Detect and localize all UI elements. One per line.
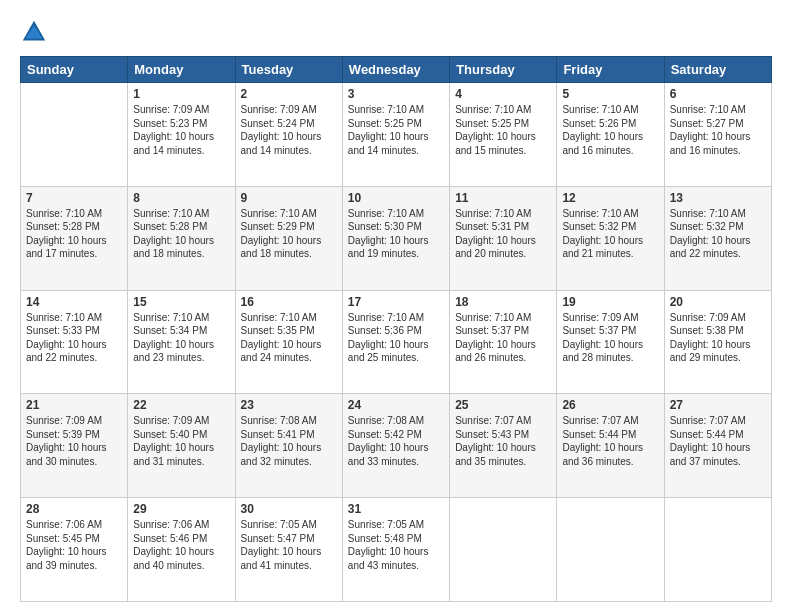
day-info: Sunrise: 7:10 AM Sunset: 5:34 PM Dayligh…: [133, 311, 229, 365]
day-info: Sunrise: 7:10 AM Sunset: 5:31 PM Dayligh…: [455, 207, 551, 261]
day-number: 17: [348, 295, 444, 309]
calendar-table: SundayMondayTuesdayWednesdayThursdayFrid…: [20, 56, 772, 602]
calendar-week-row: 28Sunrise: 7:06 AM Sunset: 5:45 PM Dayli…: [21, 498, 772, 602]
weekday-header-monday: Monday: [128, 57, 235, 83]
calendar-cell: 26Sunrise: 7:07 AM Sunset: 5:44 PM Dayli…: [557, 394, 664, 498]
header: [20, 18, 772, 46]
weekday-header-sunday: Sunday: [21, 57, 128, 83]
calendar-cell: 14Sunrise: 7:10 AM Sunset: 5:33 PM Dayli…: [21, 290, 128, 394]
calendar-cell: 7Sunrise: 7:10 AM Sunset: 5:28 PM Daylig…: [21, 186, 128, 290]
day-info: Sunrise: 7:10 AM Sunset: 5:28 PM Dayligh…: [26, 207, 122, 261]
calendar-cell: 6Sunrise: 7:10 AM Sunset: 5:27 PM Daylig…: [664, 83, 771, 187]
calendar-cell: [664, 498, 771, 602]
day-info: Sunrise: 7:08 AM Sunset: 5:41 PM Dayligh…: [241, 414, 337, 468]
calendar-cell: 20Sunrise: 7:09 AM Sunset: 5:38 PM Dayli…: [664, 290, 771, 394]
day-info: Sunrise: 7:10 AM Sunset: 5:25 PM Dayligh…: [455, 103, 551, 157]
day-number: 10: [348, 191, 444, 205]
day-number: 18: [455, 295, 551, 309]
day-number: 13: [670, 191, 766, 205]
calendar-cell: 9Sunrise: 7:10 AM Sunset: 5:29 PM Daylig…: [235, 186, 342, 290]
day-number: 26: [562, 398, 658, 412]
day-info: Sunrise: 7:10 AM Sunset: 5:35 PM Dayligh…: [241, 311, 337, 365]
day-number: 12: [562, 191, 658, 205]
calendar-cell: [557, 498, 664, 602]
day-info: Sunrise: 7:10 AM Sunset: 5:26 PM Dayligh…: [562, 103, 658, 157]
calendar-cell: 27Sunrise: 7:07 AM Sunset: 5:44 PM Dayli…: [664, 394, 771, 498]
day-info: Sunrise: 7:07 AM Sunset: 5:44 PM Dayligh…: [670, 414, 766, 468]
weekday-header-friday: Friday: [557, 57, 664, 83]
calendar-cell: 3Sunrise: 7:10 AM Sunset: 5:25 PM Daylig…: [342, 83, 449, 187]
day-number: 27: [670, 398, 766, 412]
day-number: 5: [562, 87, 658, 101]
calendar-cell: 21Sunrise: 7:09 AM Sunset: 5:39 PM Dayli…: [21, 394, 128, 498]
day-number: 19: [562, 295, 658, 309]
calendar-cell: 23Sunrise: 7:08 AM Sunset: 5:41 PM Dayli…: [235, 394, 342, 498]
calendar-cell: 8Sunrise: 7:10 AM Sunset: 5:28 PM Daylig…: [128, 186, 235, 290]
calendar-cell: 16Sunrise: 7:10 AM Sunset: 5:35 PM Dayli…: [235, 290, 342, 394]
day-info: Sunrise: 7:10 AM Sunset: 5:36 PM Dayligh…: [348, 311, 444, 365]
weekday-header-row: SundayMondayTuesdayWednesdayThursdayFrid…: [21, 57, 772, 83]
day-info: Sunrise: 7:06 AM Sunset: 5:45 PM Dayligh…: [26, 518, 122, 572]
day-number: 1: [133, 87, 229, 101]
calendar-cell: 22Sunrise: 7:09 AM Sunset: 5:40 PM Dayli…: [128, 394, 235, 498]
calendar-cell: 12Sunrise: 7:10 AM Sunset: 5:32 PM Dayli…: [557, 186, 664, 290]
day-info: Sunrise: 7:05 AM Sunset: 5:47 PM Dayligh…: [241, 518, 337, 572]
weekday-header-wednesday: Wednesday: [342, 57, 449, 83]
page: SundayMondayTuesdayWednesdayThursdayFrid…: [0, 0, 792, 612]
day-number: 24: [348, 398, 444, 412]
calendar-cell: 4Sunrise: 7:10 AM Sunset: 5:25 PM Daylig…: [450, 83, 557, 187]
day-info: Sunrise: 7:06 AM Sunset: 5:46 PM Dayligh…: [133, 518, 229, 572]
day-number: 2: [241, 87, 337, 101]
calendar-cell: 2Sunrise: 7:09 AM Sunset: 5:24 PM Daylig…: [235, 83, 342, 187]
weekday-header-tuesday: Tuesday: [235, 57, 342, 83]
day-number: 16: [241, 295, 337, 309]
logo: [20, 18, 52, 46]
logo-icon: [20, 18, 48, 46]
day-info: Sunrise: 7:09 AM Sunset: 5:38 PM Dayligh…: [670, 311, 766, 365]
day-info: Sunrise: 7:10 AM Sunset: 5:29 PM Dayligh…: [241, 207, 337, 261]
day-number: 11: [455, 191, 551, 205]
day-info: Sunrise: 7:08 AM Sunset: 5:42 PM Dayligh…: [348, 414, 444, 468]
calendar-cell: [450, 498, 557, 602]
day-number: 7: [26, 191, 122, 205]
day-info: Sunrise: 7:05 AM Sunset: 5:48 PM Dayligh…: [348, 518, 444, 572]
day-info: Sunrise: 7:10 AM Sunset: 5:27 PM Dayligh…: [670, 103, 766, 157]
calendar-cell: 10Sunrise: 7:10 AM Sunset: 5:30 PM Dayli…: [342, 186, 449, 290]
day-info: Sunrise: 7:10 AM Sunset: 5:33 PM Dayligh…: [26, 311, 122, 365]
day-number: 31: [348, 502, 444, 516]
day-info: Sunrise: 7:09 AM Sunset: 5:40 PM Dayligh…: [133, 414, 229, 468]
calendar-cell: 30Sunrise: 7:05 AM Sunset: 5:47 PM Dayli…: [235, 498, 342, 602]
weekday-header-thursday: Thursday: [450, 57, 557, 83]
day-info: Sunrise: 7:07 AM Sunset: 5:43 PM Dayligh…: [455, 414, 551, 468]
calendar-cell: 5Sunrise: 7:10 AM Sunset: 5:26 PM Daylig…: [557, 83, 664, 187]
calendar-cell: 13Sunrise: 7:10 AM Sunset: 5:32 PM Dayli…: [664, 186, 771, 290]
day-info: Sunrise: 7:10 AM Sunset: 5:32 PM Dayligh…: [562, 207, 658, 261]
day-info: Sunrise: 7:10 AM Sunset: 5:25 PM Dayligh…: [348, 103, 444, 157]
day-info: Sunrise: 7:10 AM Sunset: 5:37 PM Dayligh…: [455, 311, 551, 365]
day-number: 8: [133, 191, 229, 205]
day-number: 23: [241, 398, 337, 412]
day-number: 4: [455, 87, 551, 101]
day-info: Sunrise: 7:09 AM Sunset: 5:23 PM Dayligh…: [133, 103, 229, 157]
calendar-week-row: 21Sunrise: 7:09 AM Sunset: 5:39 PM Dayli…: [21, 394, 772, 498]
day-number: 9: [241, 191, 337, 205]
day-number: 29: [133, 502, 229, 516]
calendar-cell: 15Sunrise: 7:10 AM Sunset: 5:34 PM Dayli…: [128, 290, 235, 394]
day-info: Sunrise: 7:10 AM Sunset: 5:28 PM Dayligh…: [133, 207, 229, 261]
calendar-cell: 24Sunrise: 7:08 AM Sunset: 5:42 PM Dayli…: [342, 394, 449, 498]
day-number: 20: [670, 295, 766, 309]
calendar-cell: 25Sunrise: 7:07 AM Sunset: 5:43 PM Dayli…: [450, 394, 557, 498]
calendar-cell: 28Sunrise: 7:06 AM Sunset: 5:45 PM Dayli…: [21, 498, 128, 602]
day-info: Sunrise: 7:09 AM Sunset: 5:39 PM Dayligh…: [26, 414, 122, 468]
day-number: 28: [26, 502, 122, 516]
day-info: Sunrise: 7:10 AM Sunset: 5:32 PM Dayligh…: [670, 207, 766, 261]
calendar-week-row: 14Sunrise: 7:10 AM Sunset: 5:33 PM Dayli…: [21, 290, 772, 394]
calendar-cell: 17Sunrise: 7:10 AM Sunset: 5:36 PM Dayli…: [342, 290, 449, 394]
day-number: 30: [241, 502, 337, 516]
day-number: 14: [26, 295, 122, 309]
day-info: Sunrise: 7:09 AM Sunset: 5:24 PM Dayligh…: [241, 103, 337, 157]
calendar-cell: 1Sunrise: 7:09 AM Sunset: 5:23 PM Daylig…: [128, 83, 235, 187]
day-info: Sunrise: 7:07 AM Sunset: 5:44 PM Dayligh…: [562, 414, 658, 468]
calendar-cell: 31Sunrise: 7:05 AM Sunset: 5:48 PM Dayli…: [342, 498, 449, 602]
day-info: Sunrise: 7:10 AM Sunset: 5:30 PM Dayligh…: [348, 207, 444, 261]
